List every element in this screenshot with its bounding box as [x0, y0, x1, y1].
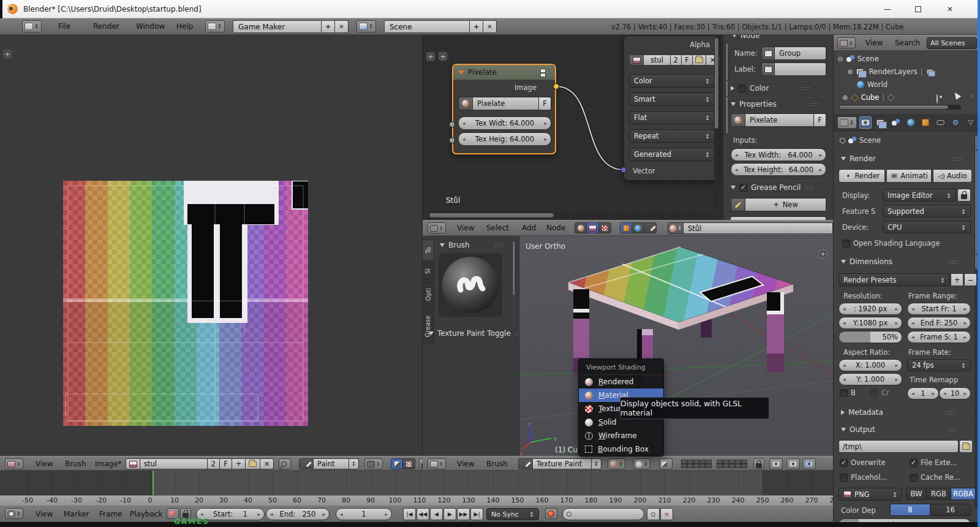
outliner-filter-dropdown[interactable]: All Scenes: [927, 37, 977, 49]
end-frame-field[interactable]: ◂End:250▸: [266, 508, 330, 520]
remove-preset-button[interactable]: −: [964, 273, 977, 286]
shading-wireframe[interactable]: Wireframe: [579, 429, 663, 442]
layer-toggle[interactable]: [699, 464, 706, 468]
render-button[interactable]: Render: [839, 169, 885, 183]
rgba-button[interactable]: RGBA: [951, 488, 976, 500]
interpolation-dropdown[interactable]: Flat: [629, 111, 715, 124]
npanel-scrollbar[interactable]: [725, 42, 729, 183]
color-swatch[interactable]: [738, 85, 746, 93]
shelf-tab-tools[interactable]: To: [423, 240, 434, 260]
tree-type-toggles[interactable]: [575, 222, 611, 233]
shelf-scrollbar[interactable]: [512, 241, 516, 319]
v3d-menu-view[interactable]: View: [457, 460, 474, 468]
image-output-socket[interactable]: [553, 83, 559, 89]
feature-set-dropdown[interactable]: Supported: [883, 205, 971, 218]
delete-keyframe-button[interactable]: ✕: [660, 508, 673, 520]
texture-paint-toggle-panel[interactable]: Texture Paint Toggle::::: [429, 329, 518, 338]
interaction-mode-selector[interactable]: Texture Paint ↕: [518, 458, 601, 469]
editor-type-button[interactable]: ↕: [428, 458, 446, 469]
frame-step-field[interactable]: ◂Frame S: 1▸: [907, 331, 971, 343]
menu-file[interactable]: File: [58, 22, 70, 31]
expand-icon[interactable]: ⊕: [847, 67, 853, 76]
scroll-thumb[interactable]: [725, 42, 729, 134]
layer-toggle[interactable]: [681, 460, 687, 464]
playhead[interactable]: [153, 471, 154, 495]
name-value[interactable]: Group: [775, 47, 826, 60]
layer-toggle[interactable]: [687, 464, 693, 468]
shelf-tab-grease[interactable]: Grease: [423, 308, 434, 344]
unlink-image-button[interactable]: ✕: [260, 458, 274, 469]
source-dropdown[interactable]: Generated: [629, 148, 715, 161]
close-button[interactable]: ✕: [936, 0, 964, 18]
menu-window[interactable]: Window: [136, 22, 165, 31]
texture-name[interactable]: Pixelate: [745, 113, 814, 127]
open-image-button[interactable]: [246, 458, 260, 469]
layer-toggle[interactable]: [706, 460, 712, 464]
editor-type-button[interactable]: ↕: [22, 20, 42, 32]
label-value[interactable]: [775, 63, 826, 76]
timeline-canvas[interactable]: [0, 471, 833, 495]
animation-button[interactable]: Animati: [886, 169, 932, 183]
opengl-render-button[interactable]: [786, 458, 800, 469]
uv-menu-brush[interactable]: Brush: [65, 460, 86, 468]
increment-icon[interactable]: ▸: [544, 120, 547, 126]
viewport-canvas[interactable]: User Ortho +: [519, 236, 833, 456]
open-image-button[interactable]: [693, 55, 706, 66]
panel-drag-dots[interactable]: ::::: [801, 85, 810, 91]
shading-selector[interactable]: ↕: [608, 458, 625, 469]
crop-checkbox[interactable]: [870, 389, 878, 397]
border-checkbox[interactable]: [840, 389, 848, 397]
outliner-row-world[interactable]: World: [857, 80, 888, 89]
layer-toggle[interactable]: [741, 464, 747, 468]
texture-selector[interactable]: Pixelate F: [731, 113, 826, 127]
resolution-y-field[interactable]: ◂Y:1080 px▸: [839, 317, 902, 329]
layer-toggle[interactable]: [735, 460, 741, 464]
file-ext-checkbox[interactable]: [910, 459, 918, 467]
editor-type-button[interactable]: ↕: [5, 458, 23, 469]
tab-object[interactable]: [919, 116, 932, 129]
draw-channel-toggles[interactable]: [391, 458, 415, 469]
dimensions-panel-header[interactable]: Dimensions::::: [841, 257, 959, 266]
tab-world[interactable]: [904, 116, 917, 129]
editor-type-button[interactable]: ↕: [837, 37, 856, 48]
browse-folder-button[interactable]: [959, 440, 973, 453]
layout-name[interactable]: Game Maker: [233, 20, 322, 33]
image-name[interactable]: stul: [644, 55, 671, 66]
region-expand-button[interactable]: +: [439, 52, 447, 61]
fps-dropdown[interactable]: 24 fps: [907, 359, 971, 371]
scroll-thumb[interactable]: [839, 105, 949, 110]
minimize-button[interactable]: —: [873, 0, 902, 18]
layer-toggle[interactable]: [693, 464, 699, 468]
world-context-toggle[interactable]: [632, 222, 644, 233]
image-datablock-selector[interactable]: stul 2 F ✕: [629, 55, 720, 66]
fake-user-button[interactable]: F: [220, 458, 232, 469]
texture-context-toggles[interactable]: [620, 222, 657, 233]
extension-dropdown[interactable]: Repeat: [629, 129, 715, 143]
scene-selector[interactable]: Scene: [384, 20, 497, 33]
tl-menu-marker[interactable]: Marker: [64, 510, 89, 518]
tab-modifiers[interactable]: ⚙: [949, 116, 962, 129]
current-frame-field[interactable]: ◂1▸: [336, 508, 392, 520]
placeholder-row[interactable]: Placehol...: [840, 473, 887, 482]
pencil-icon-button[interactable]: [731, 198, 745, 211]
layer-toggle[interactable]: [706, 464, 712, 468]
pivot-point-selector[interactable]: ↕: [633, 458, 650, 469]
scene-icon-button[interactable]: ↕: [356, 20, 376, 32]
v3d-menu-brush[interactable]: Brush: [486, 460, 508, 468]
node-menu-add[interactable]: Add: [522, 224, 536, 232]
expand-icon[interactable]: ⊕: [842, 93, 848, 102]
mode-name[interactable]: Paint: [314, 458, 349, 469]
region-expand-button[interactable]: +: [3, 50, 12, 58]
label-field[interactable]: [761, 63, 826, 76]
resolution-x-field[interactable]: ◂: 1920 px▸: [839, 303, 902, 315]
timeline-ruler[interactable]: -50-40-30-20-100102030405060708090100110…: [0, 495, 833, 505]
layers-group-2[interactable]: [717, 460, 748, 468]
node-panel-header[interactable]: Node: [732, 35, 760, 40]
insert-keyframe-button[interactable]: [647, 508, 660, 520]
outliner-hscrollbar[interactable]: [839, 105, 961, 110]
tab-render[interactable]: [859, 116, 872, 129]
tl-menu-view[interactable]: View: [36, 510, 53, 518]
tex-height-input-socket[interactable]: [449, 137, 455, 143]
scroll-thumb[interactable]: [512, 241, 516, 296]
layer-toggle[interactable]: [717, 464, 723, 468]
